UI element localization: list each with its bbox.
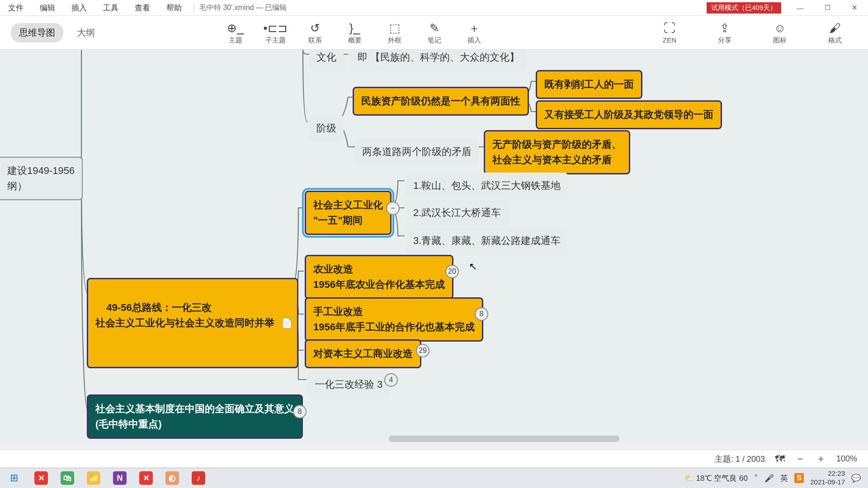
statusbar: 主题: 1 / 2003 🗺 − + 100% [0, 450, 868, 468]
zoom-out-button[interactable]: − [795, 453, 806, 465]
tool-notes[interactable]: ✎笔记 [420, 21, 449, 45]
zoom-in-button[interactable]: + [816, 453, 826, 465]
child-count-agriculture[interactable]: 20 [445, 265, 459, 278]
node-led-by[interactable]: 又有接受工人阶级及其政党领导的一面 [536, 100, 722, 129]
node-highways[interactable]: 3.青藏、康藏、新藏公路建成通车 [406, 228, 568, 254]
tool-marker[interactable]: ☺图标 [765, 21, 795, 45]
child-count-system[interactable]: 8 [293, 405, 307, 418]
task-store[interactable]: 🛍 [54, 468, 80, 488]
tool-boundary[interactable]: ⬚外框 [380, 21, 410, 45]
tool-summary[interactable]: }⎯概要 [340, 21, 370, 45]
node-capitalist-commerce[interactable]: 对资本主义工商业改造 [305, 339, 421, 368]
summary-icon: }⎯ [349, 21, 361, 36]
share-icon: ⇪ [720, 21, 730, 36]
map-overview-icon[interactable]: 🗺 [775, 453, 785, 465]
mindmap-canvas[interactable]: 建设1949-1956 纲） 文化 即 【民族的、科学的、大众的文化】 阶级 民… [0, 50, 868, 443]
collapse-toggle-industrialization[interactable]: − [386, 202, 400, 215]
tool-subtopic[interactable]: •⊏⊐子主题 [260, 21, 290, 45]
menu-file[interactable]: 文件 [0, 3, 32, 13]
tool-share[interactable]: ⇪分享 [710, 21, 740, 45]
weather-widget[interactable]: ⛅ 18℃ 空气良 60 [684, 473, 748, 483]
task-xmind2[interactable]: ✕ [133, 468, 159, 488]
task-netease[interactable]: ♪ [185, 468, 212, 488]
tray-mic-icon[interactable]: 🎤 [764, 474, 774, 483]
node-contradictions[interactable]: 无产阶级与资产阶级的矛盾、 社会主义与资本主义的矛盾 [484, 130, 630, 174]
child-count-handicraft[interactable]: 8 [475, 307, 488, 321]
ime-indicator[interactable]: 英 [780, 473, 788, 483]
notification-icon[interactable]: 💬 [851, 474, 861, 483]
node-industrialization[interactable]: 社会主义工业化 "一五"期间 [305, 191, 392, 235]
marker-icon: ☺ [774, 21, 786, 36]
clock-date: 2021-09-17 [810, 478, 845, 487]
child-count-experience[interactable]: 4 [384, 373, 398, 387]
close-button[interactable]: ✕ [841, 0, 868, 15]
node-bridge[interactable]: 2.武汉长江大桥通车 [406, 200, 508, 226]
tool-topic[interactable]: ⊕⎯主题 [221, 21, 250, 45]
zen-icon: ⛶ [664, 21, 675, 36]
child-count-capitalist[interactable]: 29 [416, 344, 429, 357]
tab-mindmap[interactable]: 思维导图 [11, 23, 63, 42]
toolbar: 思维导图 大纲 ⊕⎯主题 •⊏⊐子主题 ↺联系 }⎯概要 ⬚外框 ✎笔记 ＋插入… [0, 16, 868, 50]
sogou-ime-icon[interactable]: S [794, 473, 804, 483]
system-tray: ⛅ 18℃ 空气良 60 ˄ 🎤 英 S 22:23 2021-09-17 💬 [684, 469, 868, 487]
plus-icon: ＋ [468, 21, 480, 36]
titlebar: 文件 编辑 插入 工具 查看 帮助 毛中特 30'.xmind — 已编辑 试用… [0, 0, 868, 16]
node-steel-bases[interactable]: 1.鞍山、包头、武汉三大钢铁基地 [406, 173, 568, 199]
maximize-button[interactable]: ☐ [814, 0, 841, 15]
tool-insert[interactable]: ＋插入 [459, 21, 489, 45]
minimize-button[interactable]: — [787, 0, 814, 15]
tab-outline[interactable]: 大纲 [69, 23, 103, 42]
node-two-roads[interactable]: 两条道路两个阶级的矛盾 [355, 139, 479, 165]
node-general-line-text: 49-56总路线：一化三改 社会主义工业化与社会主义改造同时并举 [95, 302, 274, 328]
format-icon: 🖌 [829, 21, 841, 36]
topic-icon: ⊕⎯ [227, 21, 244, 36]
node-agriculture[interactable]: 农业改造 1956年底农业合作化基本完成 [305, 255, 453, 299]
menu-help[interactable]: 帮助 [158, 3, 190, 13]
trial-badge[interactable]: 试用模式（已409天） [707, 2, 781, 14]
menu-tools[interactable]: 工具 [95, 3, 127, 13]
taskbar: ⊞ ✕ 🛍 📁 N ✕ ◐ ♪ ⛅ 18℃ 空气良 60 ˄ 🎤 英 S 22:… [0, 468, 868, 488]
node-bourgeois[interactable]: 民族资产阶级仍然是一个具有两面性 [353, 87, 529, 116]
task-explorer[interactable]: 📁 [80, 468, 107, 488]
weather-icon: ⛅ [684, 474, 694, 483]
topic-count: 主题: 1 / 2003 [715, 454, 765, 465]
document-title: 毛中特 30'.xmind — 已编辑 [198, 3, 287, 13]
menu-edit[interactable]: 编辑 [32, 3, 63, 13]
menu-insert[interactable]: 插入 [63, 3, 95, 13]
task-app1[interactable]: ◐ [159, 468, 185, 488]
task-xmind1[interactable]: ✕ [28, 468, 54, 488]
node-root[interactable]: 建设1949-1956 纲） [0, 157, 83, 200]
start-button[interactable]: ⊞ [0, 468, 28, 488]
node-general-line[interactable]: 49-56总路线：一化三改 社会主义工业化与社会主义改造同时并举 📄 [87, 278, 298, 368]
tool-format[interactable]: 🖌格式 [820, 21, 850, 45]
clock-time: 22:23 [828, 469, 845, 478]
node-exploit[interactable]: 既有剥削工人的一面 [536, 70, 642, 99]
zoom-level: 100% [836, 454, 857, 464]
task-onenote[interactable]: N [107, 468, 133, 488]
node-culture-label[interactable]: 文化 [309, 50, 344, 70]
notes-icon: ✎ [429, 21, 439, 36]
node-handicraft[interactable]: 手工业改造 1956年底手工业的合作化也基本完成 [305, 297, 483, 342]
node-experience[interactable]: 一化三改经验 3 [307, 371, 390, 398]
tray-chevron-icon[interactable]: ˄ [754, 474, 758, 483]
tool-relation[interactable]: ↺联系 [300, 21, 330, 45]
menu-view[interactable]: 查看 [127, 3, 158, 13]
clock[interactable]: 22:23 2021-09-17 [810, 469, 845, 487]
node-socialist-system[interactable]: 社会主义基本制度在中国的全面确立及其意义 (毛中特中重点) [87, 394, 303, 439]
relation-icon: ↺ [310, 21, 320, 36]
tool-zen[interactable]: ⛶ZEN [655, 21, 684, 45]
node-culture-detail[interactable]: 即 【民族的、科学的、大众的文化】 [350, 50, 527, 70]
note-icon[interactable]: 📄 [281, 316, 292, 330]
subtopic-icon: •⊏⊐ [263, 21, 287, 36]
divider [193, 3, 194, 13]
boundary-icon: ⬚ [389, 21, 401, 36]
cursor-icon: ↖ [469, 261, 477, 272]
node-class-label[interactable]: 阶级 [309, 115, 344, 141]
horizontal-scrollbar[interactable] [389, 436, 619, 442]
